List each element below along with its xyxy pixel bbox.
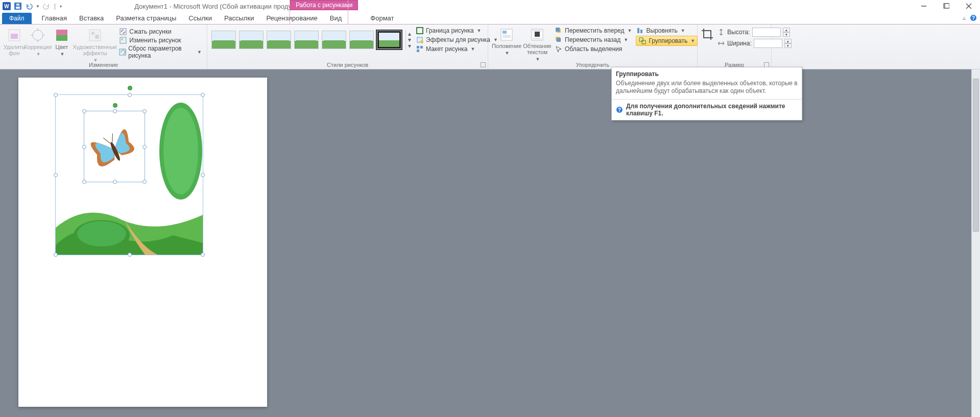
gallery-scroll[interactable]: ▴▾▾	[405, 31, 413, 49]
height-spinner[interactable]: ▴▾	[783, 28, 790, 37]
page	[18, 78, 267, 407]
resize-handle[interactable]	[142, 109, 147, 113]
send-backward-button[interactable]: Переместить назад▼	[555, 36, 632, 44]
resize-handle[interactable]	[113, 109, 117, 113]
tab-format[interactable]: Формат	[364, 12, 400, 24]
tab-file[interactable]: Файл	[2, 13, 32, 24]
resize-handle[interactable]	[113, 180, 117, 184]
picture-effects-label: Эффекты для рисунка	[426, 36, 490, 43]
position-button[interactable]: Положение▼	[491, 26, 522, 62]
word-app-icon[interactable]: W	[2, 2, 11, 11]
svg-rect-4	[16, 4, 19, 6]
help-icon: ?	[616, 106, 623, 113]
height-input[interactable]	[752, 28, 781, 37]
rotation-handle[interactable]	[113, 103, 117, 108]
resize-handle[interactable]	[142, 180, 147, 184]
tab-page-layout[interactable]: Разметка страницы	[110, 12, 182, 24]
height-label: Высота:	[727, 29, 750, 36]
width-spinner[interactable]: ▴▾	[784, 39, 792, 48]
qat-separator: |	[53, 3, 57, 10]
color-button[interactable]: Цвет ▼	[51, 26, 73, 63]
wrap-text-button[interactable]: Обтекание текстом▼	[522, 26, 553, 62]
quick-access-toolbar: W ▼ | ▾	[0, 2, 63, 11]
compress-icon	[119, 28, 127, 36]
tab-view[interactable]: Вид	[324, 12, 348, 24]
resize-handle[interactable]	[201, 173, 205, 177]
style-thumb[interactable]	[294, 31, 319, 49]
ribbon-minimize-icon[interactable]: ▵	[963, 14, 966, 21]
group-button[interactable]: Группировать▼	[636, 36, 698, 46]
resize-handle[interactable]	[201, 93, 205, 97]
crop-button[interactable]	[701, 26, 714, 50]
picture-border-button[interactable]: Граница рисунка▼	[416, 27, 498, 35]
resize-handle[interactable]	[128, 253, 132, 257]
scrollbar-thumb[interactable]	[973, 79, 979, 232]
tab-review[interactable]: Рецензирование	[260, 12, 323, 24]
reset-picture-label: Сброс параметров рисунка	[128, 45, 194, 59]
resize-handle[interactable]	[142, 145, 147, 149]
corrections-button[interactable]: Коррекция ▼	[25, 26, 51, 63]
svg-rect-39	[535, 32, 540, 37]
style-thumb[interactable]	[211, 31, 236, 49]
document-area[interactable]	[0, 69, 980, 417]
close-button[interactable]	[962, 1, 976, 11]
svg-rect-45	[557, 38, 561, 42]
tab-references[interactable]: Ссылки	[182, 12, 218, 24]
tab-mailings[interactable]: Рассылки	[218, 12, 260, 24]
redo-icon[interactable]	[42, 2, 51, 11]
artistic-effects-button[interactable]: Художественные эффекты ▼	[73, 26, 117, 63]
remove-background-button[interactable]: Удалить фон	[3, 26, 25, 63]
resize-handle[interactable]	[82, 109, 86, 113]
style-thumb[interactable]	[349, 31, 374, 49]
resize-handle[interactable]	[54, 253, 58, 257]
align-button[interactable]: Выровнять▼	[636, 27, 698, 35]
resize-handle[interactable]	[54, 93, 58, 97]
rotation-handle[interactable]	[128, 86, 132, 90]
compress-label: Сжать рисунки	[129, 28, 171, 35]
help-icon[interactable]: ?	[970, 14, 977, 21]
tab-insert[interactable]: Вставка	[73, 12, 110, 24]
svg-text:?: ?	[618, 107, 621, 113]
undo-icon[interactable]	[25, 2, 34, 11]
picture-border-label: Граница рисунка	[426, 27, 474, 34]
styles-dialog-launcher[interactable]	[481, 62, 486, 67]
minimize-button[interactable]	[917, 1, 931, 11]
style-thumb-selected[interactable]	[377, 31, 401, 49]
compress-pictures-button[interactable]: Сжать рисунки	[119, 28, 202, 36]
svg-rect-48	[639, 38, 643, 41]
vertical-scrollbar[interactable]	[971, 69, 980, 417]
tooltip-group: Группировать Объединение двух или более …	[611, 67, 802, 120]
bring-forward-button[interactable]: Переместить вперед▼	[555, 27, 632, 35]
change-picture-button[interactable]: Изменить рисунок	[119, 36, 202, 44]
tab-home[interactable]: Главная	[36, 12, 73, 24]
save-icon[interactable]	[13, 2, 22, 11]
qat-customize-icon[interactable]: ▾	[59, 2, 63, 11]
reset-picture-button[interactable]: Сброс параметров рисунка ▼	[119, 45, 202, 59]
picture-styles-gallery[interactable]: ▴▾▾	[210, 26, 414, 54]
selection-pane-label: Область выделения	[565, 45, 622, 53]
height-icon	[717, 28, 725, 36]
maximize-button[interactable]	[939, 1, 953, 11]
resize-handle[interactable]	[82, 180, 86, 184]
selection-pane-icon	[555, 45, 563, 53]
picture-layout-label: Макет рисунка	[426, 45, 468, 53]
svg-point-26	[121, 38, 123, 40]
style-thumb[interactable]	[239, 31, 264, 49]
contextual-tools-header: Работа с рисунками	[290, 0, 358, 10]
style-thumb[interactable]	[322, 31, 346, 49]
style-thumb[interactable]	[267, 31, 291, 49]
reset-picture-icon	[119, 48, 126, 56]
resize-handle[interactable]	[82, 145, 86, 149]
picture-effects-button[interactable]: Эффекты для рисунка▼	[416, 36, 498, 44]
picture-layout-button[interactable]: Макет рисунка▼	[416, 45, 498, 53]
resize-handle[interactable]	[201, 253, 205, 257]
selection-box-inner[interactable]	[84, 111, 145, 182]
resize-handle[interactable]	[128, 93, 132, 97]
width-input[interactable]	[754, 39, 782, 48]
svg-rect-43	[556, 28, 560, 32]
resize-handle[interactable]	[54, 173, 58, 177]
svg-rect-47	[640, 30, 642, 33]
svg-rect-20	[56, 35, 67, 41]
undo-dropdown-icon[interactable]: ▼	[36, 2, 40, 11]
selection-pane-button[interactable]: Область выделения	[555, 45, 632, 53]
